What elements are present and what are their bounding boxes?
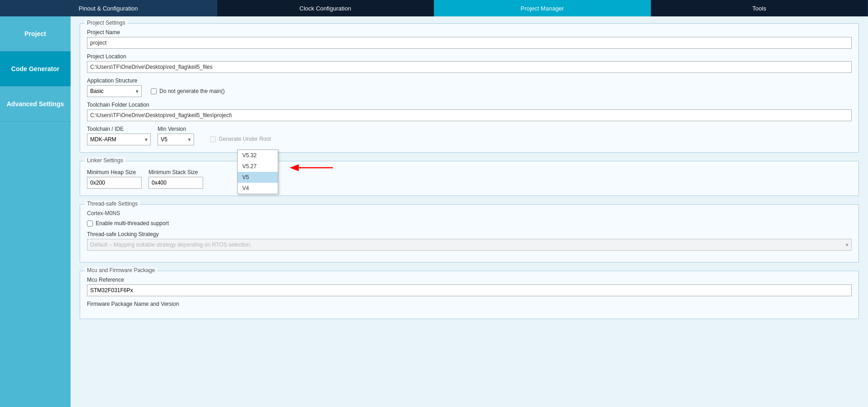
content-area: Project Settings Project Name Project Lo… [71,16,868,407]
tab-pinout[interactable]: Pinout & Configuration [0,0,217,16]
thread-safe-label: Thread-safe Settings [85,201,140,207]
tab-clock[interactable]: Clock Configuration [217,0,434,16]
cortex-label: Cortex-M0NS [87,210,852,216]
version-option-v532[interactable]: V5.32 [238,150,278,161]
thread-safe-panel: Thread-safe Settings Cortex-M0NS Enable … [80,204,859,263]
mcu-firmware-label: Mcu and Firmware Package [85,267,157,273]
min-stack-input[interactable] [148,177,203,189]
app-structure-label: Application Structure [87,77,852,84]
version-option-v5[interactable]: V5 [238,172,278,183]
min-heap-field: Minimum Heap Size [87,169,142,189]
firmware-row: Firmware Package Name and Version [87,301,852,307]
min-stack-label: Minimum Stack Size [148,169,203,175]
min-heap-label: Minimum Heap Size [87,169,142,175]
sidebar-item-code-generator[interactable]: Code Generator [0,52,71,87]
sidebar: Project Code Generator Advanced Settings [0,16,71,407]
min-version-dropdown: V5.32 V5.27 V5 V4 [237,149,278,194]
top-navigation: Pinout & Configuration Clock Configurati… [0,0,868,16]
sidebar-item-project[interactable]: Project [0,16,71,52]
generate-root-checkbox [210,136,216,142]
toolchain-folder-input[interactable] [87,109,852,121]
do-not-generate-label: Do not generate the main() [159,88,225,94]
project-name-row: Project Name [87,29,852,49]
min-stack-field: Minimum Stack Size [148,169,203,189]
toolchain-col: Toolchain / IDE MDK-ARM ▼ [87,126,151,145]
project-location-input[interactable] [87,61,852,73]
version-option-v527[interactable]: V5.27 [238,161,278,172]
toolchain-label: Toolchain / IDE [87,126,151,132]
version-option-v4[interactable]: V4 [238,183,278,194]
min-version-col: Min Version V5 ▼ V5.32 V5.27 [158,126,194,145]
do-not-generate-checkbox[interactable] [151,88,157,94]
project-location-row: Project Location [87,53,852,73]
project-name-label: Project Name [87,29,852,36]
app-structure-row: Application Structure Basic ▼ Do not gen… [87,77,852,97]
mcu-ref-label: Mcu Reference [87,277,852,283]
main-layout: Project Code Generator Advanced Settings… [0,16,868,407]
project-settings-label: Project Settings [85,20,128,26]
mcu-ref-input[interactable] [87,284,852,296]
mcu-firmware-panel: Mcu and Firmware Package Mcu Reference F… [80,271,859,319]
enable-multithread-checkbox[interactable] [87,221,93,227]
tab-tools[interactable]: Tools [651,0,868,16]
min-version-select[interactable]: V5 [158,134,194,145]
mcu-ref-row: Mcu Reference [87,277,852,296]
toolchain-row: Toolchain / IDE MDK-ARM ▼ Min Version V5 [87,126,852,145]
toolchain-select[interactable]: MDK-ARM [87,134,151,145]
generate-root-label: Generate Under Root [219,136,271,142]
firmware-label: Firmware Package Name and Version [87,301,852,307]
min-version-label: Min Version [158,126,194,132]
linker-row: Minimum Heap Size Minimum Stack Size [87,169,852,189]
min-heap-input[interactable] [87,177,142,189]
tab-project-manager[interactable]: Project Manager [434,0,651,16]
locking-strategy-select[interactable]: Default – Mapping suitable strategy depe… [87,239,852,251]
project-settings-panel: Project Settings Project Name Project Lo… [80,23,859,153]
linker-settings-label: Linker Settings [85,157,125,164]
sidebar-item-advanced-settings[interactable]: Advanced Settings [0,87,71,122]
project-location-label: Project Location [87,53,852,60]
locking-strategy-label: Thread-safe Locking Strategy [87,231,852,237]
do-not-generate-row[interactable]: Do not generate the main() [151,88,225,94]
generate-root-row: Generate Under Root [210,136,271,142]
app-structure-select[interactable]: Basic [87,85,142,97]
project-name-input[interactable] [87,37,852,49]
enable-multithread-label: Enable multi-threaded support [96,220,169,227]
linker-settings-panel: Linker Settings Minimum Heap Size Minimu… [80,161,859,196]
locking-strategy-row: Thread-safe Locking Strategy Default – M… [87,231,852,251]
toolchain-folder-row: Toolchain Folder Location [87,102,852,121]
enable-multithread-row[interactable]: Enable multi-threaded support [87,220,852,227]
app-structure-select-wrapper: Basic ▼ [87,85,142,97]
toolchain-folder-label: Toolchain Folder Location [87,102,852,108]
